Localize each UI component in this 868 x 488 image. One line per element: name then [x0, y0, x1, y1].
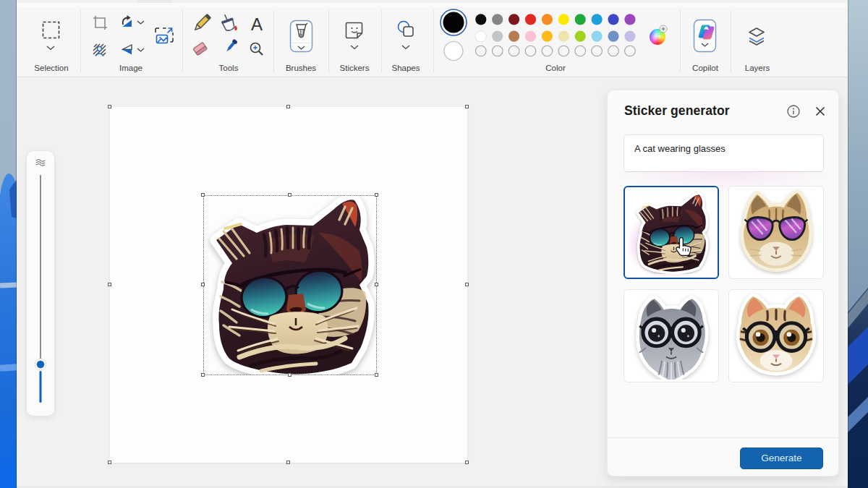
svg-text:A: A	[251, 14, 263, 34]
